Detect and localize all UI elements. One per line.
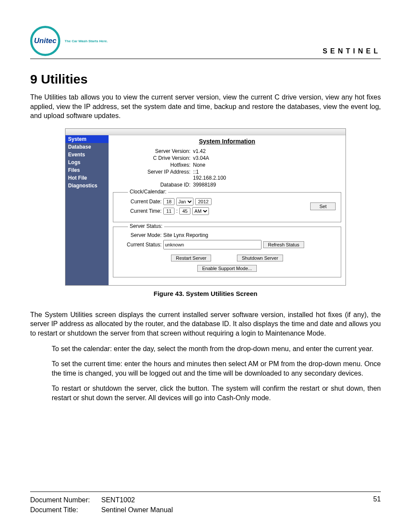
logo-tagline: The Car Wash Starts Here. [65,39,108,43]
page-footer: Document Number: SENT1002 Document Title… [30,492,381,515]
sidebar-item-hotfile[interactable]: Hot File [65,174,109,182]
logo-block: Unitec The Car Wash Starts Here. [30,26,108,56]
doctitle-label: Document Title: [30,505,101,515]
ip-line1: ::1 [193,169,226,175]
refresh-status-button[interactable]: Refresh Status [263,241,304,248]
cdrive-version-label: C Drive Version: [113,155,193,161]
restart-server-button[interactable]: Restart Server [171,255,211,261]
ampm-select[interactable]: AM [192,207,209,215]
paragraph-5: To restart or shutdown the server, click… [30,384,381,402]
ip-label: Server IP Address: [113,169,193,181]
sidebar-item-events[interactable]: Events [65,151,109,159]
server-mode-label: Server Mode: [118,232,162,238]
figure-caption: Figure 43. System Utilities Screen [30,290,381,297]
clock-legend: Clock/Calendar: [128,189,168,195]
doctitle-value: Sentinel Owner Manual [101,505,173,515]
current-date-label: Current Date: [118,199,162,205]
current-status-input[interactable] [163,240,262,249]
page-header: Unitec The Car Wash Starts Here. SENTINE… [30,26,381,59]
dbid-label: Database ID: [113,182,193,188]
hotfixes-value: None [193,162,206,168]
current-time-label: Current Time: [118,208,162,214]
hotfixes-label: Hotfixes: [113,162,193,168]
paragraph-2: The System Utilities screen displays the… [30,310,381,338]
intro-paragraph: The Utilities tab allows you to view the… [30,93,381,121]
page-number: 51 [373,495,381,515]
sidebar-item-logs[interactable]: Logs [65,159,109,166]
app-window: System Database Events Logs Files Hot Fi… [65,128,346,286]
current-status-label: Current Status: [118,242,162,248]
sidebar-item-database[interactable]: Database [65,143,109,151]
minute-input[interactable] [179,208,190,215]
dbid-value: 39988189 [193,182,216,188]
sidebar-item-files[interactable]: Files [65,166,109,174]
docnum-value: SENT1002 [101,495,135,505]
sidebar-item-system[interactable]: System [65,135,109,143]
server-status-panel: Server Status: Server Mode: Site Lynx Re… [113,227,341,277]
figure-wrap: System Database Events Logs Files Hot Fi… [30,128,381,286]
server-version-value: v1.42 [193,148,206,154]
paragraph-3: To set the calendar: enter the day, sele… [30,344,381,354]
paragraph-4: To set the current time: enter the hours… [30,359,381,378]
main-panel: System Information Server Version: v1.42… [109,135,346,285]
enable-support-mode-button[interactable]: Enable Support Mode... [197,265,257,272]
year-input[interactable] [195,198,212,205]
server-version-label: Server Version: [113,148,193,154]
day-input[interactable] [163,198,174,205]
docnum-label: Document Number: [30,495,101,505]
clock-panel: Clock/Calendar: Current Date: Jan [113,192,341,222]
app-titlebar [65,129,346,135]
section-heading: 9 Utilities [30,72,381,87]
cdrive-version-value: v3.04A [193,155,209,161]
hour-input[interactable] [163,208,174,215]
server-mode-value: Site Lynx Reporting [163,232,208,238]
ip-value: ::1 192.168.2.100 [193,169,226,181]
set-button[interactable]: Set [310,202,336,210]
logo-circle: Unitec [30,26,60,56]
shutdown-server-button[interactable]: Shutdown Server [237,255,283,261]
panel-title: System Information [113,138,341,145]
sidebar: System Database Events Logs Files Hot Fi… [65,135,109,285]
brand-name: SENTINEL [323,47,381,56]
ip-line2: 192.168.2.100 [193,175,226,181]
status-legend: Server Status: [128,223,164,229]
month-select[interactable]: Jan [176,198,193,205]
sidebar-item-diagnostics[interactable]: Diagnostics [65,182,109,190]
